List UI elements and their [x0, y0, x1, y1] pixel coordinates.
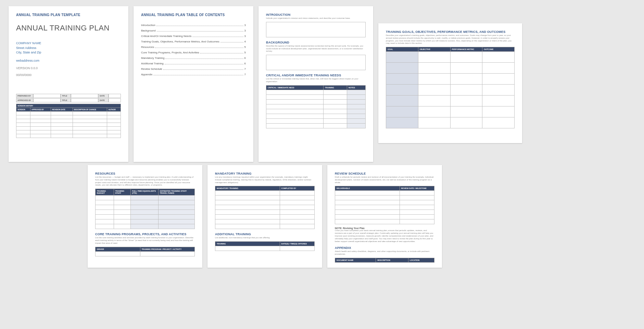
- toc-item: Background3: [141, 29, 246, 32]
- resources-table: TRAINING BUDGETTRAINING STAFFFULL-TIME E…: [95, 189, 195, 229]
- review-heading: REVIEW SCHEDULE: [335, 172, 434, 175]
- toc-item: Additional Training6: [141, 62, 246, 65]
- city-state-zip: City, State and Zip: [16, 50, 121, 55]
- toc-item: Training Goals, Objectives, Performance …: [141, 40, 246, 43]
- appendix-heading: APPENDIX: [335, 246, 434, 250]
- page-3: INTRODUCTION Include your organization's…: [258, 6, 373, 162]
- toc-item: Mandatory Training6: [141, 56, 246, 60]
- core-training-heading: CORE TRAINING PROGRAMS, PROJECTS, AND AC…: [95, 232, 195, 236]
- critical-heading: CRITICAL AND/OR IMMEDIATE TRAINING NEEDS: [266, 74, 366, 77]
- toc-list: Introduction3Background3Critical And/Or …: [141, 24, 246, 76]
- mandatory-table: MANDATORY TRAININGCOMPLETED BY: [215, 186, 315, 229]
- date-label: 00/00/0000: [16, 73, 121, 77]
- page-2-toc: ANNUAL TRAINING PLAN TABLE OF CONTENTS I…: [134, 6, 253, 162]
- company-name: COMPANY NAME: [16, 41, 121, 46]
- core-training-table: DRIVERTRAINING PROGRAM / PROJECT / ACTIV…: [95, 247, 195, 256]
- goals-heading: TRAINING GOALS, OBJECTIVES, PERFORMANCE …: [386, 30, 515, 34]
- toc-item: Core Training Programs, Projects, And Ac…: [141, 51, 246, 54]
- page-header: ANNUAL TRAINING PLAN TEMPLATE: [16, 13, 121, 17]
- web-address: webaddress.com: [16, 59, 121, 63]
- note-heading: NOTE: Revising Your Plan: [335, 227, 434, 229]
- toc-header: ANNUAL TRAINING PLAN TABLE OF CONTENTS: [141, 13, 246, 17]
- toc-item: Review Schedule7: [141, 67, 246, 71]
- mandatory-heading: MANDATORY TRAINING: [215, 172, 315, 175]
- page-4: TRAINING GOALS, OBJECTIVES, PERFORMANCE …: [378, 23, 522, 143]
- street-address: Street Address: [16, 46, 121, 51]
- critical-needs-table: CRITICAL / IMMEDIATE NEEDTRAININGNOTES: [266, 85, 366, 128]
- background-box: [266, 55, 366, 70]
- additional-heading: ADDITIONAL TRAINING: [215, 232, 315, 236]
- template-canvas: ANNUAL TRAINING PLAN TEMPLATE ANNUAL TRA…: [3, 3, 644, 329]
- document-title: ANNUAL TRAINING PLAN: [16, 24, 121, 33]
- page-5: RESOURCES List the resources — budget an…: [88, 165, 202, 268]
- resources-heading: RESOURCES: [95, 172, 195, 175]
- intro-box: [266, 22, 366, 37]
- intro-heading: INTRODUCTION: [266, 13, 366, 16]
- toc-item: Appendix7: [141, 73, 246, 76]
- page-6: MANDATORY TRAINING List any mandatory tr…: [207, 165, 322, 268]
- toc-item: Critical And/Or Immediate Training Needs…: [141, 35, 246, 38]
- toc-item: Introduction3: [141, 24, 246, 27]
- meta-block: PREPARED BYTITLEDATE APPROVED BYTITLEDAT…: [16, 94, 121, 102]
- toc-item: Resources5: [141, 46, 246, 49]
- appendix-table: DOCUMENT NAMEDESCRIPTIONLOCATION: [335, 258, 434, 263]
- review-table: DELIVERABLEREVIEW DATE / MILESTONE: [335, 186, 434, 224]
- page-1-cover: ANNUAL TRAINING PLAN TEMPLATE ANNUAL TRA…: [9, 6, 128, 162]
- version-label: VERSION 0.0.0: [16, 66, 121, 70]
- page-7: REVIEW SCHEDULE Draft a schedule for per…: [327, 165, 442, 268]
- version-history-table: VERSION HISTORY VERSIONAPPROVED BYREVISI…: [16, 104, 121, 138]
- additional-table: TRAININGDATE(S) / TIME(S) OFFERED: [215, 241, 315, 251]
- goals-table: GOALOBJECTIVEPERFORMANCE METRICOUTCOME: [386, 47, 515, 128]
- background-heading: BACKGROUND: [266, 41, 366, 44]
